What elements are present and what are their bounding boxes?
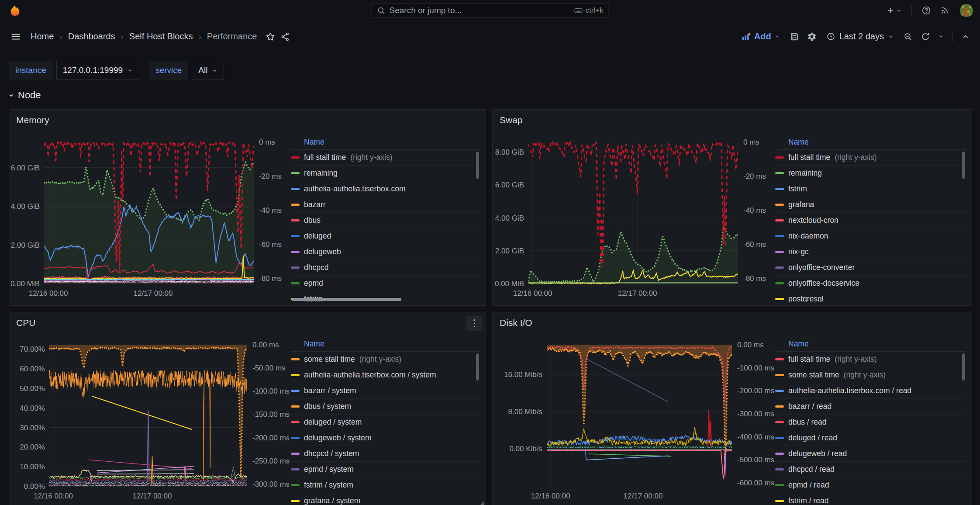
time-range-picker[interactable]: Last 2 days [822,29,898,44]
legend-row-epmd[interactable]: epmd [291,276,480,291]
avatar[interactable] [960,4,973,17]
new-menu-button[interactable] [883,3,904,17]
variable-value-service[interactable]: All [192,61,224,80]
add-button[interactable]: Add [737,29,784,44]
legend-row-dbus-read[interactable]: dbus / read [775,415,966,430]
chevron-up-icon [962,33,970,41]
legend-row-grafana[interactable]: grafana [775,197,966,213]
hamburger-icon [10,31,21,42]
search-input[interactable]: Search or jump to... ctrl+k [371,3,609,18]
axis-label: 0.00 MiB [495,280,524,288]
legend-header-name[interactable]: Name [291,137,480,150]
legend-row-fstrim[interactable]: fstrim [775,181,966,197]
legend-row-remaining[interactable]: remaining [775,166,966,181]
legend-label: remaining [788,169,822,178]
legend-row-onlyoffice-converter[interactable]: onlyoffice-converter [775,260,966,276]
legend-row-deluged-system[interactable]: deluged / system [291,415,480,430]
series-color-swatch [291,251,300,253]
series-color-swatch [291,235,300,237]
legend-row-some-stall-time[interactable]: some stall time(right y-axis) [775,367,966,383]
variable-value-instance[interactable]: 127.0.0.1:19999 [56,61,139,80]
legend-row-dhcpcd[interactable]: dhcpcd [291,260,480,276]
legend-row-deluged-read[interactable]: deluged / read [775,430,966,446]
legend-row-delugeweb-read[interactable]: delugeweb / read [775,446,966,462]
legend-row-authelia-authelia-tiserbox-com-read[interactable]: authelia-authelia.tiserbox.com / read [775,383,966,399]
axis-label: 0.00 MiB [10,280,40,288]
breadcrumb-item-self-host-blocks[interactable]: Self Host Blocks [129,31,193,42]
refresh-button[interactable] [918,29,933,44]
legend-row-delugeweb[interactable]: delugeweb [291,244,480,260]
zoom-out-button[interactable] [901,29,915,44]
remaining-area [44,162,254,284]
save-dashboard-button[interactable] [787,29,802,44]
dashboard-toolbar: Home›Dashboards›Self Host Blocks›Perform… [0,21,980,52]
grafana-logo[interactable] [8,3,22,17]
variable-instance: instance127.0.0.1:19999 [9,61,139,80]
legend-header-name[interactable]: Name [291,339,480,352]
legend-scrollbar-vertical[interactable] [962,152,965,179]
legend-row-postgresql[interactable]: postgresql [775,291,966,302]
favorite-button[interactable] [263,29,278,44]
legend-scrollbar-vertical[interactable] [476,152,479,179]
legend-row-nix-gc[interactable]: nix-gc [775,244,966,260]
breadcrumb-item-home[interactable]: Home [31,31,54,42]
legend-row-fstrim-system[interactable]: fstrim / system [291,477,480,493]
panel-resize-handle[interactable] [479,501,484,505]
legend-row-epmd-read[interactable]: epmd / read [775,477,966,493]
legend-row-bazarr[interactable]: bazarr [291,197,480,213]
axis-label: -400.00 ms [737,433,774,441]
menu-toggle-button[interactable] [8,29,24,45]
legend-note: (right y-axis) [835,153,876,162]
legend-scrollbar-vertical[interactable] [962,353,965,380]
series-color-swatch [291,358,300,360]
legend-row-some-stall-time[interactable]: some stall time(right y-axis) [291,352,480,367]
legend-row-grafana-system[interactable]: grafana / system [291,493,480,505]
legend-row-full-stall-time[interactable]: full stall time(right y-axis) [291,150,480,166]
legend-row-authelia-authelia-tiserbox-com[interactable]: authelia-authelia.tiserbox.com [291,181,480,197]
legend-row-dbus[interactable]: dbus [291,213,480,228]
variable-label-instance[interactable]: instance [9,61,53,80]
axis-label: -100.00 ms [252,387,290,395]
refresh-interval-dropdown[interactable] [935,31,946,42]
legend-row-delugeweb-system[interactable]: delugeweb / system [291,430,480,446]
panel-cpu: CPU ⋮ 70.00%60.00%50.00%40.00%30.00%20.0… [9,312,486,505]
legend-row-bazarr-read[interactable]: bazarr / read [775,399,966,415]
breadcrumb-separator: › [198,32,201,42]
legend-row-deluged[interactable]: deluged [291,228,480,244]
legend-row-bazarr-system[interactable]: bazarr / system [291,383,480,399]
legend-row-fstrim-read[interactable]: fstrim / read [775,493,966,505]
cpu-legend: Namesome stall time(right y-axis)autheli… [291,339,480,505]
section-row-node[interactable]: Node [0,80,41,101]
legend-row-dbus-system[interactable]: dbus / system [291,399,480,415]
axis-label: -40 ms [259,206,282,214]
legend-row-onlyoffice-docservice[interactable]: onlyoffice-docservice [775,276,966,291]
legend-label: delugeweb / read [788,449,847,458]
legend-label: bazarr / system [304,386,356,395]
top-nav-bar: Search or jump to... ctrl+k [0,0,980,21]
legend-scrollbar-vertical[interactable] [476,353,479,380]
axis-label: 12/16 00:00 [34,492,73,500]
help-button[interactable] [919,3,934,18]
legend-header-name[interactable]: Name [775,339,966,352]
legend-header-name[interactable]: Name [775,137,966,150]
legend-row-remaining[interactable]: remaining [291,166,480,181]
legend-row-nextcloud-cron[interactable]: nextcloud-cron [775,213,966,228]
legend-label: full stall time [304,153,346,162]
cpu-white-low-series [49,485,247,485]
legend-row-dhcpcd-system[interactable]: dhcpcd / system [291,446,480,462]
legend-label: epmd / read [788,481,829,490]
breadcrumb-item-dashboards[interactable]: Dashboards [68,31,115,42]
legend-row-epmd-system[interactable]: epmd / system [291,462,480,477]
variable-label-service[interactable]: service [149,61,188,80]
legend-scrollbar-horizontal[interactable] [292,298,401,301]
news-button[interactable] [937,3,952,18]
collapse-toolbar-button[interactable] [959,30,972,43]
legend-row-nix-daemon[interactable]: nix-daemon [775,228,966,244]
legend-row-authelia-authelia-tiserbox-com-system[interactable]: authelia-authelia.tiserbox.com / system [291,367,480,383]
legend-label: epmd [304,279,323,288]
legend-row-dhcpcd-read[interactable]: dhcpcd / read [775,462,966,477]
legend-row-full-stall-time[interactable]: full stall time(right y-axis) [775,150,966,166]
legend-row-full-stall-time[interactable]: full stall time(right y-axis) [775,352,966,367]
dashboard-settings-button[interactable] [804,29,819,44]
share-button[interactable] [278,29,293,44]
